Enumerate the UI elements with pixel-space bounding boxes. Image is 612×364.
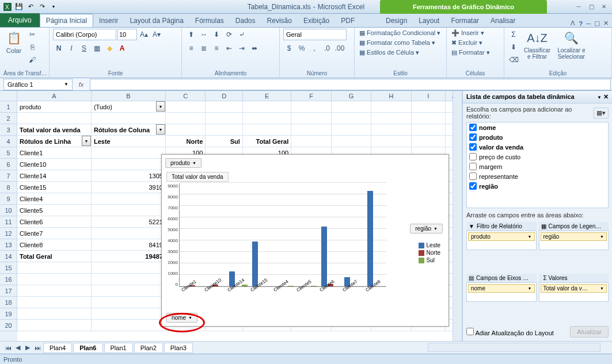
- chart-bar[interactable]: [321, 227, 327, 286]
- cell[interactable]: [371, 101, 411, 113]
- cell[interactable]: [17, 274, 92, 285]
- file-tab[interactable]: Arquivo: [0, 13, 40, 27]
- underline-button[interactable]: S: [78, 43, 90, 54]
- cell[interactable]: [92, 147, 166, 159]
- cell-styles-button[interactable]: ▦ Estilos de Célula ▾: [358, 48, 420, 57]
- wrap-text-button[interactable]: ⤶: [236, 29, 248, 40]
- column-header[interactable]: A: [17, 91, 92, 101]
- zone-values[interactable]: Σ Valores Total valor da v…▼: [539, 274, 609, 323]
- italic-button[interactable]: I: [66, 43, 77, 54]
- orientation-button[interactable]: ⟳: [223, 29, 235, 40]
- shrink-font-button[interactable]: A▾: [151, 29, 162, 40]
- copy-button[interactable]: ⎘: [26, 41, 38, 53]
- column-header[interactable]: H: [371, 91, 411, 101]
- row-header[interactable]: 19: [0, 308, 17, 320]
- excel-icon[interactable]: X: [2, 2, 13, 12]
- sheet-tab[interactable]: Plan6: [73, 343, 102, 353]
- align-top-button[interactable]: ⬆: [185, 29, 197, 40]
- row-header[interactable]: 7: [0, 170, 17, 182]
- qat-menu[interactable]: ▼: [48, 2, 59, 12]
- chart-bar[interactable]: [252, 242, 258, 286]
- pane-close-icon[interactable]: ✕: [603, 93, 609, 100]
- cell[interactable]: Total Geral: [243, 136, 291, 147]
- borders-button[interactable]: ▦: [91, 43, 102, 54]
- help-icon[interactable]: ?: [579, 20, 583, 27]
- row-header[interactable]: 15: [0, 262, 17, 274]
- chart-bar[interactable]: [311, 286, 317, 286]
- clear-button[interactable]: ⌫: [508, 54, 519, 66]
- defer-layout-checkbox[interactable]: Adiar Atualização do Layout: [466, 328, 554, 336]
- column-header[interactable]: G: [332, 91, 371, 101]
- cell[interactable]: [92, 193, 166, 205]
- dec-decimal-button[interactable]: .00: [334, 43, 345, 54]
- autosum-button[interactable]: Σ: [508, 29, 519, 40]
- cell[interactable]: [291, 136, 331, 147]
- cell[interactable]: [412, 136, 446, 147]
- sheet-tab[interactable]: Plan4: [43, 343, 72, 353]
- find-select-button[interactable]: 🔍 Localizar e Selecionar: [555, 29, 587, 61]
- cell[interactable]: Cliente14: [17, 170, 92, 182]
- cell[interactable]: [92, 262, 166, 274]
- format-painter-button[interactable]: 🖌: [26, 54, 38, 66]
- font-color-button[interactable]: A: [116, 43, 128, 54]
- cell[interactable]: Total Geral: [17, 251, 92, 262]
- cell[interactable]: [332, 113, 371, 124]
- cell[interactable]: Total valor da venda: [17, 124, 92, 136]
- field-item[interactable]: valor da venda: [467, 142, 608, 152]
- row-header[interactable]: 1: [0, 101, 17, 113]
- sort-filter-button[interactable]: A↓Z Classificar e Filtrar: [522, 29, 553, 61]
- cell[interactable]: [166, 113, 206, 124]
- align-left-button[interactable]: ≡: [185, 43, 197, 54]
- tab-page-layout[interactable]: Layout da Página: [124, 14, 189, 27]
- cell[interactable]: [206, 101, 243, 113]
- restore-button[interactable]: ▢: [586, 2, 597, 12]
- column-header[interactable]: D: [206, 91, 243, 101]
- bold-button[interactable]: N: [53, 43, 64, 54]
- cell[interactable]: Cliente15: [17, 182, 92, 193]
- tab-prev-button[interactable]: ◀: [13, 343, 22, 352]
- zone-item[interactable]: nome▼: [468, 284, 535, 293]
- cell[interactable]: [332, 124, 371, 136]
- chart-nome-filter[interactable]: nome▼: [166, 313, 197, 323]
- tab-formulas[interactable]: Fórmulas: [189, 14, 230, 27]
- cell[interactable]: 5221: [92, 216, 166, 228]
- delete-cells-button[interactable]: ✖ Excluir ▾: [450, 39, 484, 47]
- formula-input[interactable]: [90, 79, 611, 90]
- cell[interactable]: Sul: [206, 136, 243, 147]
- chart-bar[interactable]: [288, 286, 294, 286]
- currency-button[interactable]: $: [283, 43, 295, 54]
- cell[interactable]: [412, 101, 446, 113]
- chart-bar[interactable]: [367, 191, 373, 286]
- tab-pdf[interactable]: PDF: [335, 14, 360, 27]
- cell[interactable]: Cliente5: [17, 205, 92, 216]
- undo-button[interactable]: ↶: [25, 2, 36, 12]
- paste-button[interactable]: 📋 Colar: [3, 29, 24, 55]
- cell[interactable]: [166, 124, 206, 136]
- fill-button[interactable]: ⬇: [508, 41, 519, 53]
- cell[interactable]: [92, 285, 166, 297]
- merge-button[interactable]: ⬌: [249, 43, 260, 54]
- cell[interactable]: [92, 113, 166, 124]
- tab-first-button[interactable]: ⏮: [3, 343, 13, 352]
- tab-next-button[interactable]: ▶: [23, 343, 32, 352]
- row-header[interactable]: 11: [0, 216, 17, 228]
- select-all-corner[interactable]: [0, 91, 17, 101]
- field-item[interactable]: nome: [467, 122, 608, 132]
- cell[interactable]: [92, 320, 166, 331]
- close-button[interactable]: ✕: [598, 2, 610, 12]
- column-header[interactable]: I: [412, 91, 446, 101]
- row-header[interactable]: 13: [0, 239, 17, 251]
- update-button[interactable]: Atualizar: [570, 326, 609, 338]
- cell[interactable]: [166, 101, 206, 113]
- name-box[interactable]: Gráfico 1▼: [3, 79, 73, 90]
- zone-report-filter[interactable]: ▼Filtro de Relatório produto▼: [466, 222, 537, 271]
- filter-dropdown-button[interactable]: ▼: [156, 101, 165, 112]
- cell[interactable]: [206, 124, 243, 136]
- row-header[interactable]: 8: [0, 182, 17, 193]
- inc-decimal-button[interactable]: .0: [321, 43, 333, 54]
- format-as-table-button[interactable]: ▦ Formatar como Tabela ▾: [358, 39, 436, 47]
- cell[interactable]: [412, 124, 446, 136]
- cell[interactable]: [291, 124, 331, 136]
- redo-button[interactable]: ↷: [37, 2, 47, 12]
- field-item[interactable]: produto: [467, 132, 608, 142]
